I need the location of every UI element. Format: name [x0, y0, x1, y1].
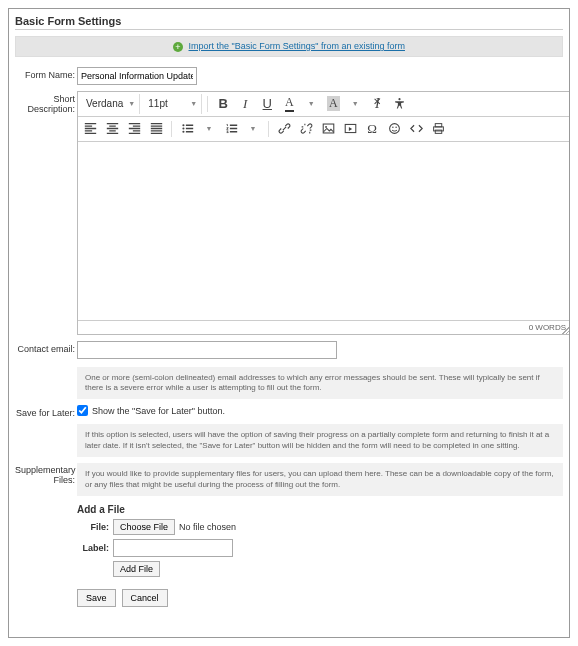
underline-button[interactable]: U [257, 94, 277, 114]
svg-point-9 [395, 127, 396, 128]
italic-button[interactable]: I [235, 94, 255, 114]
image-button[interactable] [318, 119, 338, 139]
contact-email-help: One or more (semi-colon delineated) emai… [77, 367, 563, 400]
editor-toolbar-2: ▼ ▼ Ω [78, 117, 570, 142]
svg-rect-4 [323, 124, 334, 133]
no-file-chosen-text: No file chosen [179, 522, 236, 532]
align-left-button[interactable] [80, 119, 100, 139]
separator [207, 96, 208, 112]
choose-file-button[interactable]: Choose File [113, 519, 175, 535]
svg-point-5 [325, 126, 327, 128]
accessibility-button[interactable] [389, 94, 409, 114]
numbered-list-button[interactable] [221, 119, 241, 139]
rich-text-editor: Verdana ▼ 11pt ▼ B I U A ▼ A ▼ I✕ [77, 91, 570, 335]
short-description-label: Short Description: [15, 91, 77, 114]
file-label-label: Label: [77, 543, 109, 553]
plus-icon: + [173, 42, 183, 52]
form-name-label: Form Name: [15, 67, 77, 80]
save-button[interactable]: Save [77, 589, 116, 607]
special-char-button[interactable]: Ω [362, 119, 382, 139]
file-label: File: [77, 522, 109, 532]
source-code-button[interactable] [406, 119, 426, 139]
save-for-later-help: If this option is selected, users will h… [77, 424, 563, 457]
media-button[interactable] [340, 119, 360, 139]
add-file-heading: Add a File [77, 504, 563, 515]
import-bar: + Import the "Basic Form Settings" from … [15, 36, 563, 57]
print-button[interactable] [428, 119, 448, 139]
svg-point-0 [398, 98, 400, 100]
svg-point-3 [182, 131, 184, 133]
separator [268, 121, 269, 137]
text-color-button[interactable]: A [279, 94, 299, 114]
clear-formatting-button[interactable]: I✕ [367, 94, 387, 114]
chevron-down-icon: ▼ [190, 100, 197, 107]
bg-color-dropdown[interactable]: ▼ [345, 94, 365, 114]
editor-toolbar-1: Verdana ▼ 11pt ▼ B I U A ▼ A ▼ I✕ [78, 92, 570, 117]
import-link[interactable]: Import the "Basic Form Settings" from an… [189, 41, 405, 51]
contact-email-label: Contact email: [15, 341, 77, 354]
emoji-button[interactable] [384, 119, 404, 139]
save-for-later-checkbox-label: Show the "Save for Later" button. [92, 406, 225, 416]
chevron-down-icon: ▼ [128, 100, 135, 107]
svg-rect-10 [435, 124, 442, 127]
align-justify-button[interactable] [146, 119, 166, 139]
svg-point-7 [389, 124, 399, 134]
word-count: 0 WORDS [529, 323, 566, 332]
link-button[interactable] [274, 119, 294, 139]
bullet-list-dropdown[interactable]: ▼ [199, 119, 219, 139]
align-center-button[interactable] [102, 119, 122, 139]
editor-textarea[interactable] [78, 142, 570, 320]
font-size-select[interactable]: 11pt ▼ [142, 94, 202, 114]
bold-button[interactable]: B [213, 94, 233, 114]
supplementary-files-help: If you would like to provide supplementa… [77, 463, 563, 496]
accessibility-icon [393, 97, 406, 110]
file-label-input[interactable] [113, 539, 233, 557]
separator [171, 121, 172, 137]
text-color-dropdown[interactable]: ▼ [301, 94, 321, 114]
editor-footer: 0 WORDS [78, 320, 570, 334]
form-settings-panel: Basic Form Settings + Import the "Basic … [8, 8, 570, 638]
svg-point-1 [182, 124, 184, 126]
svg-point-8 [392, 127, 393, 128]
font-family-select[interactable]: Verdana ▼ [80, 94, 140, 114]
numbered-list-dropdown[interactable]: ▼ [243, 119, 263, 139]
save-for-later-label: Save for Later: [15, 405, 77, 418]
unlink-button[interactable] [296, 119, 316, 139]
bullet-list-button[interactable] [177, 119, 197, 139]
resize-handle[interactable] [562, 326, 570, 334]
supplementary-files-label: Supplementary Files: [15, 463, 77, 486]
form-name-input[interactable] [77, 67, 197, 85]
contact-email-input[interactable] [77, 341, 337, 359]
add-file-button[interactable]: Add File [113, 561, 160, 577]
svg-point-2 [182, 128, 184, 130]
background-color-button[interactable]: A [323, 94, 343, 114]
cancel-button[interactable]: Cancel [122, 589, 168, 607]
save-for-later-checkbox[interactable] [77, 405, 88, 416]
page-title: Basic Form Settings [15, 13, 563, 30]
align-right-button[interactable] [124, 119, 144, 139]
